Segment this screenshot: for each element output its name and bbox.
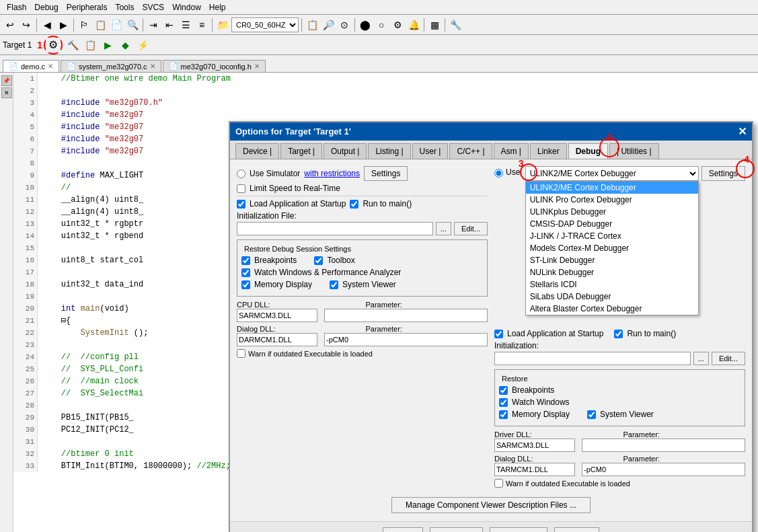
target-copy-btn[interactable]: 📋 [83,38,98,52]
right-sysviewer-check[interactable] [587,410,596,419]
right-watch-check[interactable] [499,398,508,407]
menu-flash[interactable]: Flash [3,1,30,13]
cpu-dll-param-input[interactable] [324,309,488,322]
simulator-settings-btn[interactable]: Settings [364,166,408,181]
gear-btn[interactable]: ⚙ [390,17,405,32]
debugger-item-10[interactable]: Altera Blaster Cortex Debugger [526,303,698,315]
right-run-to-main-check[interactable] [614,330,623,338]
help-btn[interactable]: Help [554,527,599,532]
side-x-btn[interactable]: ✕ [1,87,12,98]
right-init-edit-btn[interactable]: Edit... [712,352,745,365]
menu-debug[interactable]: Debug [30,1,62,13]
debugger-item-6[interactable]: ST-Link Debugger [526,254,698,266]
warn-check-right[interactable] [494,479,503,488]
tab-ioconfig[interactable]: 📄 me32g070_ioconfig.h ✕ [163,60,266,72]
debugger-item-1[interactable]: ULINK Pro Cortex Debugger [526,194,698,206]
file-btn[interactable]: 📁 [215,17,230,32]
tab-demo-c[interactable]: 📄 demo.c ✕ [3,60,59,72]
copy2-btn[interactable]: 📋 [305,17,319,32]
defaults-btn[interactable]: Defaults [490,527,547,532]
debugger-item-3[interactable]: CMSIS-DAP Debugger [526,218,698,230]
dialog-dll-param-input[interactable] [324,333,488,346]
manage-btn[interactable]: Manage Component Viewer Description File… [391,497,591,513]
dialog-tab-listing[interactable]: Listing | [368,143,410,159]
paste-btn[interactable]: 📄 [109,17,124,32]
load-app-check[interactable] [237,200,245,208]
debugger-item-9[interactable]: SiLabs UDA Debugger [526,291,698,303]
target-settings-btn[interactable]: ⚙ [46,38,61,52]
debugger-select[interactable]: ULINK2/ME Cortex Debugger [525,166,699,181]
tab-system[interactable]: 📄 system_me32g070.c ✕ [61,60,161,72]
dialog-tab-cpp[interactable]: C/C++ | [449,143,492,159]
run-to-main-check[interactable] [350,200,358,208]
dialog-tab-utilities[interactable]: | Utilities | [609,143,659,159]
menu-tools[interactable]: Tools [111,1,138,13]
debugger-item-0[interactable]: ULINK2/ME Cortex Debugger [526,182,698,194]
bell-btn[interactable]: 🔔 [406,17,421,32]
debugger-item-5[interactable]: Models Cortex-M Debugger [526,242,698,254]
driver-dll-param-input[interactable] [582,439,745,452]
debugger-settings-btn[interactable]: Settings [702,166,745,181]
memory-display-check[interactable] [241,280,250,289]
list-btn[interactable]: ☰ [178,17,193,32]
watch-windows-check[interactable] [241,268,250,277]
limit-speed-check[interactable] [237,184,245,193]
find-btn[interactable]: 🔍 [125,17,140,32]
right-load-app-check[interactable] [494,330,503,338]
fwd-btn[interactable]: ▶ [56,17,71,32]
init-file-input[interactable] [237,222,433,235]
redo-btn[interactable]: ↪ [19,17,34,32]
tab-demo-close[interactable]: ✕ [48,63,53,70]
breakpoints-check[interactable] [241,256,250,265]
right-dialog-dll-input[interactable] [494,463,575,476]
system-viewer-check[interactable] [330,280,338,289]
dialog-tab-device[interactable]: Device | [235,143,279,159]
right-dialog-dll-param-input[interactable] [582,463,745,476]
menu-peripherals[interactable]: Peripherals [63,1,112,13]
list2-btn[interactable]: ≡ [194,17,209,32]
warn-check-left[interactable] [237,349,245,358]
toolbox-check[interactable] [314,256,323,265]
target-green-btn[interactable]: ▶ [100,38,115,52]
right-init-browse-btn[interactable]: ... [693,352,709,365]
dialog-tab-linker[interactable]: Linker [530,143,567,159]
dialog-close-btn[interactable]: ✕ [738,125,747,138]
ok-btn[interactable]: OK [383,527,422,532]
search-btn[interactable]: ⊙ [337,17,352,32]
dialog-dll-input[interactable] [237,333,317,346]
dialog-tab-debug[interactable]: Debug 2 [568,143,608,159]
menu-help[interactable]: Help [205,1,230,13]
dialog-tab-asm[interactable]: Asm | [494,143,529,159]
bookmark-btn[interactable]: 🏳 [77,17,91,32]
right-memory-check[interactable] [499,410,508,419]
mag-btn[interactable]: 🔎 [321,17,336,32]
debugger-item-7[interactable]: NULink Debugger [526,266,698,278]
debugger-item-8[interactable]: Stellaris ICDI [526,278,698,291]
empty-circle-btn[interactable]: ○ [374,17,389,32]
target-select[interactable]: CR0_50_60HZ [231,17,299,32]
wrench-btn[interactable]: 🔧 [448,17,463,32]
outdent-btn[interactable]: ⇤ [162,17,177,32]
use-simulator-radio[interactable] [237,169,245,178]
dialog-tab-target[interactable]: Target | [280,143,322,159]
side-pin-btn[interactable]: 📌 [1,75,12,86]
circle-btn[interactable]: ⬤ [358,17,373,32]
tab-system-close[interactable]: ✕ [150,63,155,70]
menu-window[interactable]: Window [168,1,205,13]
right-init-input[interactable] [494,352,691,365]
tab-ioconfig-close[interactable]: ✕ [254,63,260,70]
init-browse-btn[interactable]: ... [436,222,451,235]
debugger-dropdown[interactable]: ULINK2/ME Cortex Debugger ULINK Pro Cort… [525,181,699,315]
dialog-tab-output[interactable]: Output | [324,143,367,159]
target-build-btn[interactable]: 🔨 [65,38,80,52]
menu-svcs[interactable]: SVCS [138,1,168,13]
target-flash-btn[interactable]: ⚡ [135,38,150,52]
cancel-btn[interactable]: Cancel [430,527,483,532]
use-debugger-radio[interactable] [494,169,503,178]
cpu-dll-input[interactable] [237,309,317,322]
right-breakpoints-check[interactable] [499,386,508,395]
debugger-item-2[interactable]: ULINKplus Debugger [526,206,698,218]
indent-btn[interactable]: ⇥ [146,17,161,32]
driver-dll-input[interactable] [494,439,575,452]
debugger-item-4[interactable]: J-LINK / J-TRACE Cortex [526,230,698,242]
